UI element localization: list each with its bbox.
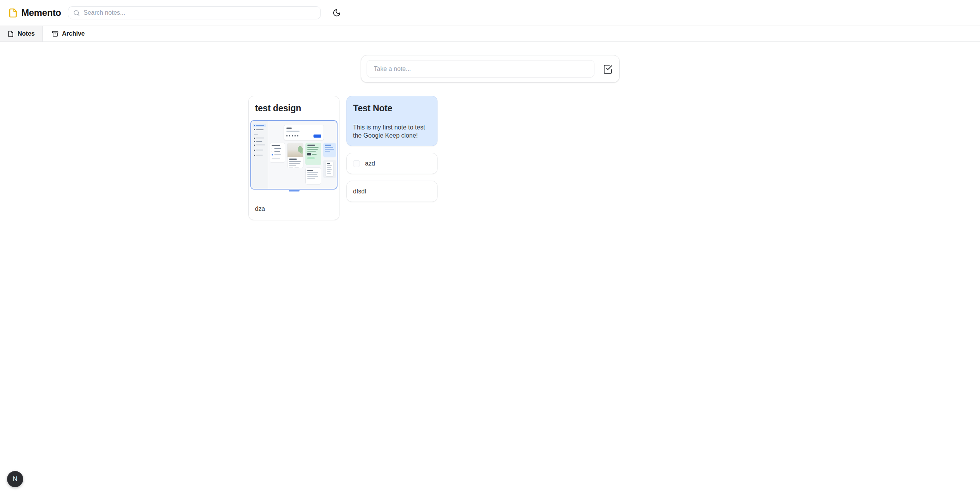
note-card-azd[interactable]: azd — [346, 153, 437, 174]
note-title: test design — [255, 102, 333, 114]
note-body: dza — [250, 191, 338, 218]
app-brand: Memento — [8, 7, 61, 18]
note-image-thumbnail — [250, 120, 338, 191]
thumbnail-sidebar — [251, 121, 268, 189]
take-note-input[interactable] — [367, 60, 594, 78]
search-input[interactable] — [84, 9, 315, 16]
notes-main: test design — [0, 55, 980, 220]
app-title: Memento — [21, 7, 61, 18]
moon-icon — [332, 9, 341, 17]
file-icon — [7, 31, 14, 37]
tab-notes[interactable]: Notes — [0, 26, 43, 41]
search-bar[interactable] — [68, 6, 321, 19]
tab-bar: Notes Archive — [0, 26, 980, 42]
notes-grid: test design — [248, 96, 732, 220]
thumbnail-composer — [284, 125, 324, 140]
thumbnail-gray-card — [323, 160, 336, 178]
thumbnail-blue-card — [323, 143, 336, 157]
memento-app: Memento Notes — [0, 0, 980, 495]
archive-icon — [52, 31, 59, 37]
note-composer — [361, 55, 620, 83]
checklist-checkbox[interactable] — [353, 160, 360, 167]
note-title: Test Note — [353, 102, 431, 114]
new-checklist-button[interactable] — [603, 64, 613, 74]
thumbnail-green-card — [305, 143, 321, 165]
notes-column-2: Test Note This is my first note to test … — [346, 96, 437, 202]
tab-notes-label: Notes — [17, 30, 34, 37]
checklist-item-label: azd — [365, 159, 375, 167]
theme-toggle-button[interactable] — [330, 6, 344, 20]
app-header: Memento — [0, 0, 980, 26]
note-card-dfsdf[interactable]: dfsdf — [346, 181, 437, 202]
search-icon — [73, 10, 80, 16]
note-body: This is my first note to test the Google… — [353, 123, 431, 140]
thumbnail-window — [250, 120, 338, 190]
thumbnail-image-card — [287, 143, 303, 168]
note-card-test-design[interactable]: test design — [248, 96, 339, 220]
note-body: dfsdf — [353, 187, 431, 195]
thumbnail-checklist-card — [270, 143, 285, 163]
tab-archive[interactable]: Archive — [43, 26, 94, 41]
tab-archive-label: Archive — [62, 30, 85, 37]
thumbnail-handle — [289, 190, 300, 191]
notes-column-1: test design — [248, 96, 339, 220]
thumbnail-white-card — [305, 167, 321, 185]
note-card-test-note[interactable]: Test Note This is my first note to test … — [346, 96, 437, 146]
user-avatar[interactable]: N — [7, 471, 23, 487]
check-square-icon — [603, 64, 613, 74]
file-icon — [8, 8, 18, 18]
